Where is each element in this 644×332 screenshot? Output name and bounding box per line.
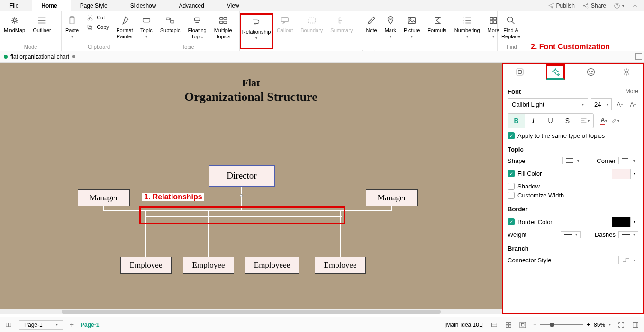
mark-button[interactable]: Mark▾	[381, 13, 400, 41]
node-employee-1[interactable]: Employee	[120, 257, 172, 274]
more-icon	[488, 15, 499, 26]
tab-settings[interactable]	[617, 64, 636, 80]
zoom-out-button[interactable]: −	[533, 322, 536, 328]
active-page-tab[interactable]: Page-1	[81, 322, 99, 328]
new-tab-button[interactable]: +	[89, 53, 93, 61]
menu-view[interactable]: View	[218, 0, 253, 11]
view-fit-icon[interactable]	[490, 321, 498, 329]
help-icon	[614, 2, 620, 9]
node-employee-4[interactable]: Employee	[315, 257, 366, 274]
collapse-ribbon-button[interactable]	[632, 2, 638, 9]
note-icon	[366, 15, 377, 26]
unsaved-dot-icon	[72, 55, 75, 58]
find-replace-button[interactable]: Find & Replace	[498, 13, 524, 42]
tab-layout[interactable]	[510, 64, 529, 80]
node-employee-2[interactable]: Employee	[183, 257, 234, 274]
svg-point-22	[390, 18, 391, 20]
paste-button[interactable]: Paste▾	[62, 13, 82, 41]
menu-home[interactable]: Home	[32, 0, 70, 11]
shape-select[interactable]: ▾	[562, 157, 582, 164]
page-select[interactable]: Page-1▾	[19, 320, 63, 330]
font-family-select[interactable]: Calibri Light▾	[508, 98, 588, 110]
callout-icon	[280, 15, 290, 26]
clipboard-group-label: Clipboard	[62, 44, 136, 51]
cut-button[interactable]: Cut	[82, 13, 113, 23]
zoom-slider[interactable]	[540, 324, 583, 325]
chevron-up-icon	[632, 2, 638, 9]
border-section-head: Border	[508, 206, 528, 213]
document-tab[interactable]: flat organizational chart	[4, 54, 82, 60]
panel-toggle-button[interactable]	[635, 53, 642, 60]
view-focus-icon[interactable]	[519, 321, 526, 329]
branch-section-head: Branch	[508, 245, 529, 252]
pages-icon[interactable]	[5, 321, 12, 329]
italic-button[interactable]: I	[525, 114, 542, 128]
numbering-button[interactable]: Numbering▾	[451, 13, 484, 41]
customize-width-checkbox[interactable]: Customize Width	[508, 192, 638, 199]
node-director[interactable]: Director	[209, 165, 275, 187]
apply-same-checkbox[interactable]: ✓ Apply to the same type of topics	[508, 132, 638, 139]
view-grid-icon[interactable]	[505, 321, 512, 329]
boundary-button[interactable]: Boundary	[297, 13, 327, 36]
relationship-button[interactable]: Relationship▾	[240, 13, 273, 49]
outliner-button[interactable]: Outliner	[29, 13, 55, 36]
menu-file[interactable]: File	[0, 0, 32, 11]
publish-button[interactable]: Publish	[548, 2, 575, 9]
corner-select[interactable]: ▾	[618, 157, 638, 164]
summary-button[interactable]: Summary	[327, 13, 356, 36]
topic-button[interactable]: Topic▾	[136, 13, 156, 41]
collapse-handle[interactable]	[240, 194, 243, 197]
fill-color-swatch[interactable]: ▾	[612, 169, 638, 179]
node-manager-2[interactable]: Manager	[366, 189, 418, 206]
format-painter-button[interactable]: Format Painter	[113, 13, 137, 42]
floating-topic-button[interactable]: Floating Topic	[184, 13, 210, 42]
node-employee-3[interactable]: Employeee	[245, 257, 299, 274]
callout-button[interactable]: Callout	[273, 13, 297, 36]
zoom-in-button[interactable]: +	[587, 322, 590, 328]
svg-rect-18	[219, 21, 222, 24]
help-button[interactable]: ▾	[614, 2, 624, 9]
svg-rect-39	[506, 322, 508, 324]
multiple-topics-button[interactable]: Multiple Topics	[210, 13, 236, 42]
picture-button[interactable]: Picture▾	[400, 13, 424, 41]
horizontal-scrollbar[interactable]	[0, 309, 502, 314]
panel-collapse-icon[interactable]	[632, 321, 639, 329]
dashes-select[interactable]: ▾	[618, 231, 638, 238]
copy-button[interactable]: Copy	[82, 23, 113, 32]
tab-emoji[interactable]	[581, 64, 600, 80]
add-page-button[interactable]: +	[70, 321, 74, 329]
underline-button[interactable]: U	[542, 114, 559, 128]
increase-font-button[interactable]: A+	[615, 99, 625, 109]
fullscreen-icon[interactable]	[617, 321, 625, 329]
format-panel: Font More Calibri Light▾ 24▾ A+ A− B I U…	[502, 63, 644, 314]
border-color-swatch[interactable]: ▾	[612, 217, 638, 227]
menu-slideshow[interactable]: Slideshow	[121, 0, 170, 11]
font-more-link[interactable]: More	[626, 88, 638, 95]
note-button[interactable]: Note	[362, 13, 381, 36]
tab-style[interactable]	[546, 64, 565, 80]
highlight-button[interactable]: ▾	[610, 116, 620, 126]
fill-color-checkbox[interactable]: ✓Fill Color	[508, 170, 542, 177]
weight-select[interactable]: ▾	[561, 231, 581, 238]
align-button[interactable]: ▾	[576, 114, 593, 128]
menu-bar: File Home Page Style Slideshow Advanced …	[0, 0, 644, 11]
menu-advanced[interactable]: Advanced	[169, 0, 217, 11]
font-size-select[interactable]: 24▾	[591, 98, 612, 110]
bold-button[interactable]: B	[508, 114, 525, 128]
border-color-checkbox[interactable]: ✓Border Color	[508, 218, 553, 225]
canvas[interactable]: Flat Organizational Structure Director M…	[0, 63, 502, 314]
menu-page-style[interactable]: Page Style	[71, 0, 121, 11]
font-color-button[interactable]: A▾	[599, 116, 609, 126]
shadow-checkbox[interactable]: Shadow	[508, 183, 638, 190]
mindmap-button[interactable]: MindMap	[0, 13, 29, 36]
svg-rect-13	[166, 18, 170, 20]
share-button[interactable]: Share	[582, 2, 606, 9]
formula-button[interactable]: Formula	[424, 13, 450, 36]
scrollbar-thumb[interactable]	[62, 310, 441, 314]
node-manager-1[interactable]: Manager	[78, 189, 130, 206]
connector-style-select[interactable]: ▾	[618, 256, 638, 264]
numbering-icon	[462, 15, 472, 26]
subtopic-button[interactable]: Subtopic	[156, 13, 184, 36]
decrease-font-button[interactable]: A−	[628, 99, 638, 109]
strike-button[interactable]: S	[559, 114, 576, 128]
